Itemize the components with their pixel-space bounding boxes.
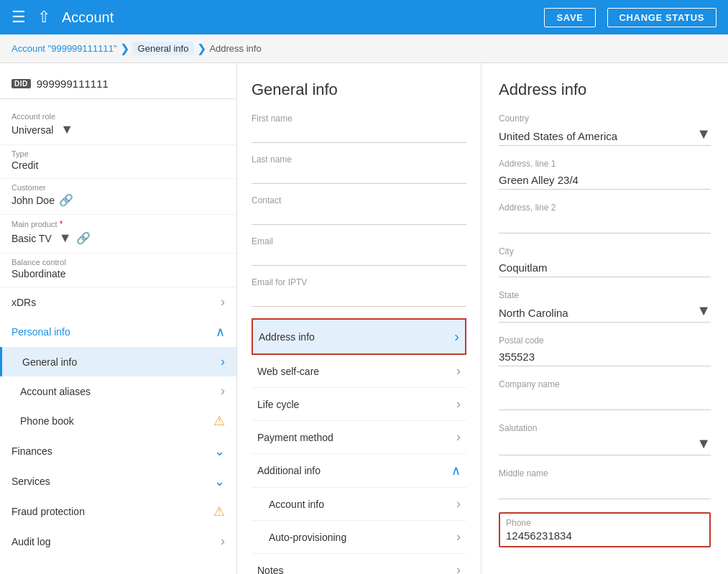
- nav-item-additional-info[interactable]: Additional info ∧: [252, 454, 466, 488]
- nav-item-additional-info-label: Additional info: [257, 465, 321, 476]
- email-iptv-input[interactable]: [252, 289, 466, 307]
- required-star: *: [60, 219, 63, 229]
- contact-label: Contact: [252, 195, 466, 205]
- chevron-right-icon: ›: [456, 529, 461, 545]
- first-name-input[interactable]: [252, 125, 466, 143]
- nav-item-notes-label: Notes: [257, 565, 284, 575]
- contact-input[interactable]: [252, 207, 466, 225]
- sidebar-item-account-aliases-label: Account aliases: [20, 386, 91, 397]
- salutation-field: Salutation ▼: [499, 423, 711, 455]
- nav-item-account-info[interactable]: Account info ›: [252, 488, 466, 521]
- salutation-label: Salutation: [499, 423, 711, 433]
- company-field: Company name: [499, 379, 711, 410]
- nav-item-web-self-care[interactable]: Web self-care ›: [252, 355, 466, 388]
- address1-input[interactable]: [499, 171, 711, 190]
- sidebar-item-fraud-protection-label: Fraud protection: [11, 506, 85, 517]
- address1-label: Address, line 1: [499, 159, 711, 169]
- nav-item-account-info-label: Account info: [269, 499, 324, 510]
- state-select[interactable]: North Carolina ▼: [499, 302, 711, 323]
- email-iptv-label: Email for IPTV: [252, 277, 466, 287]
- salutation-select[interactable]: ▼: [499, 435, 711, 455]
- company-input[interactable]: [499, 392, 711, 410]
- nav-item-address-info[interactable]: Address info ›: [252, 318, 466, 355]
- nav-item-address-info-label: Address info: [259, 331, 315, 343]
- first-name-field: First name: [252, 114, 466, 143]
- sidebar-item-personal-info-label: Personal info: [11, 326, 70, 338]
- nav-item-auto-provisioning[interactable]: Auto-provisioning ›: [252, 521, 466, 554]
- account-role-value[interactable]: Universal ▼: [11, 122, 225, 137]
- middle-panel: General info First name Last name Contac…: [237, 63, 482, 574]
- change-status-button[interactable]: CHANGE STATUS: [607, 8, 717, 27]
- customer-field: Customer John Doe 🔗: [0, 179, 236, 215]
- chevron-right-icon: ›: [221, 534, 225, 549]
- sidebar: DID 999999111111 Account role Universal …: [0, 63, 237, 574]
- sidebar-item-services-label: Services: [11, 476, 50, 487]
- country-dropdown-icon: ▼: [696, 126, 711, 142]
- city-input[interactable]: [499, 259, 711, 277]
- sidebar-item-general-info[interactable]: General info ›: [0, 347, 236, 376]
- sidebar-item-xdrs[interactable]: xDRs ›: [0, 287, 236, 317]
- sidebar-item-account-aliases[interactable]: Account aliases ›: [0, 376, 236, 406]
- balance-control-field: Balance control Subordinate: [0, 254, 236, 287]
- address2-input[interactable]: [499, 215, 711, 233]
- sidebar-item-phone-book[interactable]: Phone book ⚠: [0, 406, 236, 436]
- main-product-link-icon[interactable]: 🔗: [76, 231, 91, 245]
- did-number: 999999111111: [37, 78, 109, 90]
- main-product-label: Main product *: [11, 219, 225, 229]
- type-field: Type Credit: [0, 145, 236, 179]
- main-product-field: Main product * Basic TV ▼ 🔗: [0, 215, 236, 254]
- address-info-title: Address info: [499, 80, 711, 99]
- main-product-value[interactable]: Basic TV ▼ 🔗: [11, 231, 225, 246]
- country-label: Country: [499, 114, 711, 124]
- back-icon[interactable]: ⇧: [37, 9, 50, 25]
- company-label: Company name: [499, 379, 711, 389]
- breadcrumb-address-info[interactable]: Address info: [209, 43, 261, 54]
- last-name-input[interactable]: [252, 166, 466, 184]
- address2-label: Address, line 2: [499, 203, 711, 213]
- warn-icon: ⚠: [213, 413, 225, 429]
- sidebar-item-fraud-protection[interactable]: Fraud protection ⚠: [0, 496, 236, 527]
- page-title: Account: [62, 9, 533, 26]
- middle-name-input[interactable]: [499, 481, 711, 499]
- menu-icon[interactable]: ☰: [11, 9, 26, 25]
- did-badge: DID: [11, 79, 31, 88]
- breadcrumb-account-link[interactable]: Account "999999111111": [11, 43, 117, 54]
- breadcrumb-general-info[interactable]: General info: [132, 42, 195, 55]
- nav-item-life-cycle[interactable]: Life cycle ›: [252, 388, 466, 421]
- state-label: State: [499, 290, 711, 300]
- phone-label: Phone: [506, 518, 704, 528]
- chevron-right-icon: ›: [456, 397, 461, 412]
- postal-label: Postal code: [499, 335, 711, 346]
- general-info-title: General info: [252, 80, 466, 99]
- chevron-right-icon: ›: [221, 295, 225, 310]
- state-field: State North Carolina ▼: [499, 290, 711, 323]
- breadcrumb-sep2: ❯: [197, 42, 206, 55]
- sidebar-item-services[interactable]: Services ⌄: [0, 466, 236, 496]
- email-input[interactable]: [252, 248, 466, 266]
- account-role-dropdown-icon: ▼: [60, 122, 73, 137]
- nav-item-notes[interactable]: Notes ›: [252, 554, 466, 574]
- state-dropdown-icon: ▼: [696, 302, 711, 319]
- sidebar-item-audit-log-label: Audit log: [11, 536, 50, 547]
- postal-input[interactable]: [499, 348, 711, 366]
- sidebar-item-general-info-label: General info: [22, 356, 77, 368]
- save-button[interactable]: SAVE: [544, 8, 595, 27]
- account-role-field: Account role Universal ▼: [0, 108, 236, 145]
- email-label: Email: [252, 236, 466, 246]
- middle-name-label: Middle name: [499, 468, 711, 478]
- sidebar-item-finances[interactable]: Finances ⌄: [0, 436, 236, 466]
- nav-item-payment-method-label: Payment method: [257, 432, 333, 443]
- customer-value: John Doe 🔗: [11, 193, 225, 207]
- customer-link-icon[interactable]: 🔗: [59, 193, 73, 207]
- sidebar-item-xdrs-label: xDRs: [11, 297, 36, 308]
- balance-control-label: Balance control: [11, 258, 225, 267]
- nav-item-life-cycle-label: Life cycle: [257, 399, 299, 410]
- address2-field: Address, line 2: [499, 203, 711, 233]
- nav-item-payment-method[interactable]: Payment method ›: [252, 421, 466, 454]
- chevron-up-icon: ∧: [216, 324, 225, 340]
- sidebar-item-audit-log[interactable]: Audit log ›: [0, 527, 236, 556]
- main-product-dropdown-icon: ▼: [59, 231, 72, 246]
- country-select[interactable]: United States of America ▼: [499, 126, 711, 146]
- chevron-up-icon: ∧: [451, 463, 461, 478]
- sidebar-item-personal-info[interactable]: Personal info ∧: [0, 317, 236, 347]
